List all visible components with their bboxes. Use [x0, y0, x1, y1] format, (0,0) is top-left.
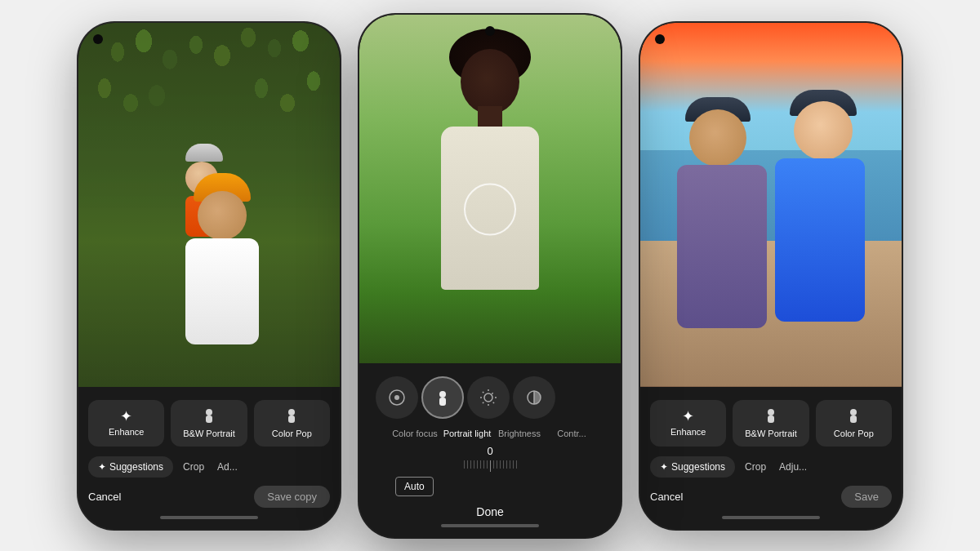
- svg-point-11: [850, 409, 857, 415]
- suggestions-label-3: Suggestions: [671, 461, 725, 473]
- svg-point-0: [206, 409, 212, 415]
- contrast-label: Contr...: [547, 429, 596, 438]
- bw-portrait-btn-3[interactable]: B&W Portrait: [733, 400, 808, 447]
- crop-tab-3[interactable]: Crop: [742, 456, 769, 478]
- phone-3: ✦ Enhance B&W Portrait: [640, 23, 902, 529]
- tools-scroll-2: [369, 376, 611, 419]
- contrast-icon[interactable]: [513, 376, 555, 419]
- suggestions-tab-1[interactable]: ✦ Suggestions: [88, 456, 173, 478]
- color-pop-label-1: Color Pop: [272, 429, 312, 438]
- photo-3: [640, 23, 902, 387]
- suggestions-tab-3[interactable]: ✦ Suggestions: [650, 456, 735, 478]
- kid-hat: [185, 144, 223, 162]
- cancel-btn-1[interactable]: Cancel: [88, 491, 121, 503]
- enhance-icon-3: ✦: [682, 409, 694, 424]
- bw-label-3: B&W Portrait: [745, 429, 797, 438]
- dad-body: [185, 238, 259, 344]
- tick-marks: [385, 460, 595, 472]
- phones-container: ✦ Enhance B&W Portrait: [0, 0, 980, 551]
- color-focus-label: Color focus: [390, 429, 439, 438]
- svg-point-5: [439, 391, 446, 398]
- screen-3: [640, 23, 902, 387]
- enhance-btn-1[interactable]: ✦ Enhance: [88, 400, 164, 447]
- phone-2: Color focus Portrait light Brightness Co…: [359, 15, 621, 537]
- camera-hole-1: [93, 34, 103, 44]
- svg-point-7: [484, 393, 492, 402]
- brightness-icon[interactable]: [467, 376, 510, 419]
- actions-row-3: Cancel Save: [650, 486, 892, 511]
- svg-rect-12: [850, 415, 857, 423]
- adjust-tab-1[interactable]: Ad...: [214, 456, 241, 478]
- slider-container[interactable]: [369, 460, 611, 472]
- tabs-row-1: ✦ Suggestions Crop Ad...: [88, 456, 330, 478]
- color-pop-btn-3[interactable]: Color Pop: [816, 400, 892, 447]
- suggestions-star-icon-3: ✦: [660, 461, 668, 473]
- couple-figure: [673, 93, 869, 387]
- phone-1: ✦ Enhance B&W Portrait: [78, 23, 340, 529]
- color-pop-btn-1[interactable]: Color Pop: [254, 400, 330, 447]
- tabs-row-3: ✦ Suggestions Crop Adju...: [650, 456, 892, 478]
- svg-rect-6: [439, 398, 446, 406]
- bottom-panel-3: ✦ Enhance B&W Portrait: [640, 387, 902, 529]
- photo-1: [78, 23, 340, 387]
- svg-rect-3: [288, 415, 295, 423]
- camera-hole-3: [655, 34, 665, 44]
- p1-body: [677, 165, 767, 328]
- p2-head: [794, 101, 853, 160]
- svg-rect-10: [768, 415, 774, 423]
- tools-row-3: ✦ Enhance B&W Portrait: [650, 400, 892, 447]
- svg-point-4: [394, 395, 399, 400]
- crop-tab-1[interactable]: Crop: [180, 456, 207, 478]
- svg-rect-1: [206, 415, 212, 423]
- bw-portrait-btn-1[interactable]: B&W Portrait: [171, 400, 247, 447]
- focus-ring: [464, 184, 516, 236]
- dad-head: [198, 191, 247, 240]
- svg-point-2: [288, 409, 295, 415]
- color-pop-label-3: Color Pop: [834, 429, 874, 438]
- bw-icon-1: [202, 408, 216, 425]
- portrait-light-icon[interactable]: [421, 376, 464, 419]
- enhance-btn-3[interactable]: ✦ Enhance: [650, 400, 726, 447]
- svg-point-9: [768, 409, 774, 415]
- color-focus-icon[interactable]: [376, 376, 418, 419]
- portrait-light-label: Portrait light: [443, 429, 492, 438]
- tool-labels-2: Color focus Portrait light Brightness Co…: [369, 429, 611, 438]
- home-bar-1: [160, 516, 258, 519]
- done-btn-row: Done: [369, 504, 611, 519]
- slider-section: 0: [369, 445, 611, 496]
- p1-head: [689, 109, 746, 167]
- p2-body: [775, 158, 865, 322]
- suggestions-label-1: Suggestions: [109, 461, 163, 473]
- bottom-panel-2: Color focus Portrait light Brightness Co…: [359, 363, 621, 537]
- w-face: [461, 49, 519, 114]
- screen-2: [359, 15, 621, 363]
- enhance-label-1: Enhance: [109, 427, 144, 437]
- color-pop-icon-3: [846, 408, 861, 425]
- suggestions-star-icon-1: ✦: [98, 461, 106, 473]
- camera-hole-2: [485, 26, 495, 36]
- save-btn-1[interactable]: Save copy: [254, 486, 330, 508]
- tools-row-1: ✦ Enhance B&W Portrait: [88, 400, 330, 447]
- brightness-label: Brightness: [495, 429, 544, 438]
- photo-2: [359, 15, 621, 363]
- done-btn[interactable]: Done: [476, 505, 503, 518]
- bottom-panel-1: ✦ Enhance B&W Portrait: [78, 387, 340, 529]
- adjust-tab-3[interactable]: Adju...: [776, 456, 810, 478]
- screen-1: [78, 23, 340, 387]
- enhance-label-3: Enhance: [670, 427, 706, 437]
- auto-btn[interactable]: Auto: [395, 477, 434, 496]
- actions-row-1: Cancel Save copy: [88, 486, 330, 511]
- color-pop-icon-1: [284, 408, 299, 425]
- home-bar-2: [441, 524, 539, 527]
- save-btn-3[interactable]: Save: [841, 486, 892, 508]
- bw-icon-3: [764, 408, 778, 425]
- slider-value: 0: [369, 445, 611, 457]
- enhance-icon-1: ✦: [120, 409, 132, 424]
- home-bar-3: [722, 516, 820, 519]
- cancel-btn-3[interactable]: Cancel: [650, 491, 683, 503]
- bw-label-1: B&W Portrait: [183, 429, 235, 438]
- dad-figure: [169, 142, 275, 387]
